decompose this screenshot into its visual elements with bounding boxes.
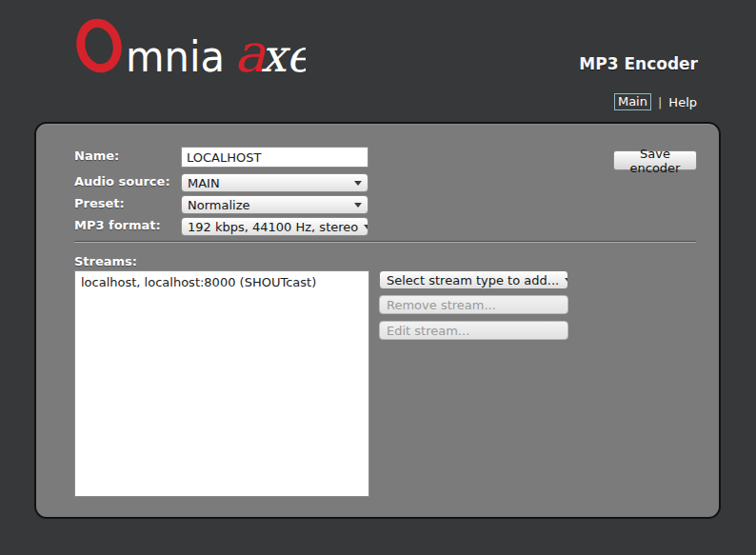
remove-stream-button[interactable]: Remove stream... <box>379 295 568 314</box>
add-stream-type-label: Select stream type to add... <box>387 273 559 287</box>
section-divider <box>74 241 696 243</box>
page-title: MP3 Encoder <box>579 54 698 73</box>
chevron-down-icon <box>354 203 362 208</box>
audio-source-value: MAIN <box>188 176 220 190</box>
save-encoder-button[interactable]: Save encoder <box>613 150 697 170</box>
encoder-panel: Name: Audio source: MAIN Preset: Normali… <box>34 122 721 519</box>
logo-brand-rest: mnia <box>126 32 225 81</box>
top-nav: Main | Help <box>614 93 697 110</box>
preset-label: Preset: <box>74 196 125 210</box>
preset-select[interactable]: Normalize <box>181 195 368 214</box>
logo-product-rest: xe <box>261 30 306 82</box>
name-input[interactable] <box>181 147 368 168</box>
add-stream-type-select[interactable]: Select stream type to add... <box>379 270 568 289</box>
chevron-down-icon <box>354 181 362 186</box>
chevron-down-icon <box>565 278 568 283</box>
omnia-axe-logo: mnia a xe <box>72 11 306 86</box>
mp3-format-label: MP3 format: <box>74 218 161 232</box>
audio-source-label: Audio source: <box>74 174 170 188</box>
edit-stream-button[interactable]: Edit stream... <box>379 321 568 340</box>
nav-link-help[interactable]: Help <box>668 95 697 109</box>
stream-list-item[interactable]: localhost, localhost:8000 (SHOUTcast) <box>75 271 368 293</box>
chevron-down-icon <box>364 225 368 229</box>
mp3-encoder-page: mnia a xe MP3 Encoder Main | Help Name: … <box>0 0 756 555</box>
nav-separator: | <box>658 95 662 109</box>
logo-o-glyph <box>76 20 121 72</box>
mp3-format-value: 192 kbps, 44100 Hz, stereo <box>188 220 358 234</box>
name-label: Name: <box>74 149 119 163</box>
audio-source-select[interactable]: MAIN <box>181 173 368 192</box>
preset-value: Normalize <box>188 198 249 212</box>
nav-link-main[interactable]: Main <box>614 93 651 110</box>
mp3-format-select[interactable]: 192 kbps, 44100 Hz, stereo <box>181 217 368 236</box>
streams-label: Streams: <box>74 254 137 268</box>
stream-listbox[interactable]: localhost, localhost:8000 (SHOUTcast) <box>74 270 369 497</box>
